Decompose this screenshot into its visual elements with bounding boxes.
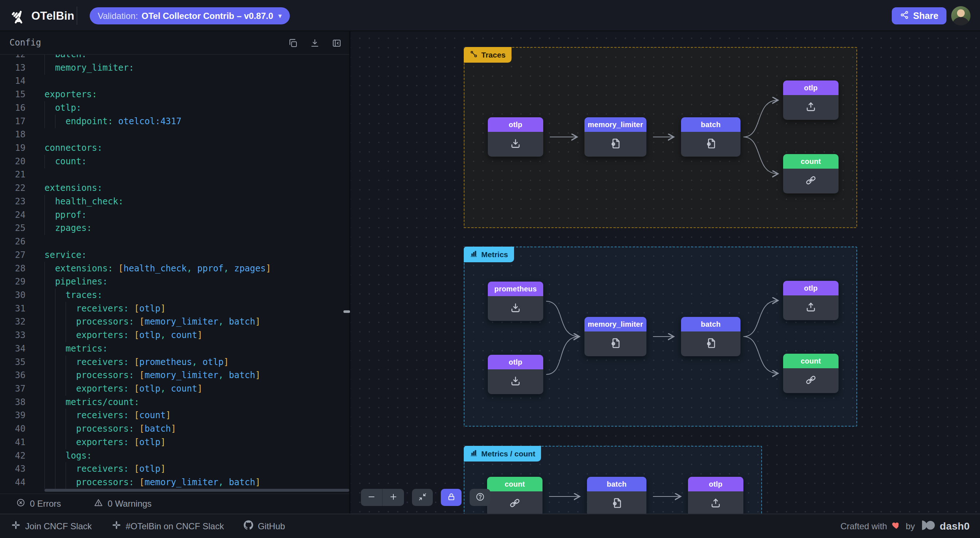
line-number: 19: [0, 141, 25, 155]
node-metrics-otlp-exporter[interactable]: otlp: [783, 281, 838, 320]
validation-dropdown[interactable]: Validation: OTel Collector Contrib – v0.…: [90, 7, 290, 24]
node-header: otlp: [488, 117, 543, 132]
brand-title: OTelBin: [31, 10, 75, 22]
share-button[interactable]: Share: [892, 7, 947, 24]
code-line-31: 31 receivers: [otlp]: [0, 302, 349, 316]
line-number: 22: [0, 181, 25, 195]
collapse-panel-button[interactable]: [329, 36, 344, 50]
user-avatar[interactable]: [951, 6, 970, 25]
node-label: count: [800, 357, 821, 365]
line-number: 34: [0, 342, 25, 355]
line-number: 44: [0, 476, 25, 489]
node-metrics-count-otlp-exporter[interactable]: otlp: [688, 477, 743, 514]
validation-status-bar: 0 Errors0 Warnings: [0, 494, 349, 514]
upload-tray-icon: [805, 301, 817, 315]
node-metrics-otlp-receiver[interactable]: otlp: [488, 355, 543, 394]
line-number: 21: [0, 168, 25, 181]
node-body: [584, 132, 646, 157]
node-body: [783, 295, 838, 320]
code-line-12: 12 batch:: [0, 55, 349, 61]
line-number: 12: [0, 55, 25, 61]
node-label: otlp: [804, 284, 818, 292]
node-body: [783, 368, 838, 393]
download-config-button[interactable]: [308, 36, 321, 50]
pipeline-canvas[interactable]: Tracesotlpmemory_limiterbatchotlpcountMe…: [351, 31, 980, 514]
zoom-in-button[interactable]: [382, 489, 404, 506]
code-text: processors: [memory_limiter, batch]: [45, 315, 260, 329]
code-text: health_check:: [45, 195, 124, 208]
node-traces-count-connector[interactable]: count: [783, 154, 838, 194]
zoom-out-button[interactable]: [361, 489, 382, 506]
node-header: batch: [681, 317, 740, 332]
upload-tray-icon: [710, 497, 722, 511]
node-label: otlp: [804, 84, 818, 92]
footer-link-1[interactable]: #OTelBin on CNCF Slack: [111, 520, 224, 532]
node-metrics-batch-processor[interactable]: batch: [681, 317, 740, 356]
lock-button[interactable]: [441, 489, 461, 506]
chevron-down-icon: ▾: [278, 12, 282, 20]
node-traces-batch-processor[interactable]: batch: [681, 117, 740, 157]
edge-t-batch-to-t-otlp-e: [743, 100, 778, 137]
fit-view-button[interactable]: [412, 489, 433, 506]
line-number: 17: [0, 115, 25, 128]
code-line-33: 33 exporters: [otlp, count]: [0, 329, 349, 342]
code-text: extensions: [health_check, pprof, zpages…: [45, 262, 271, 275]
node-label: otlp: [509, 121, 522, 129]
code-text: metrics:: [45, 342, 108, 355]
node-header: batch: [681, 117, 740, 132]
download-tray-icon: [509, 375, 522, 389]
code-text: zpages:: [45, 221, 92, 235]
node-metrics-prometheus-receiver[interactable]: prometheus: [488, 282, 543, 321]
help-button[interactable]: [469, 489, 490, 506]
node-traces-otlp-exporter[interactable]: otlp: [783, 81, 838, 120]
warnings-label: 0 Warnings: [108, 499, 152, 509]
heart-icon: [891, 520, 901, 532]
file-gear-icon: [609, 337, 622, 351]
code-line-35: 35 receivers: [prometheus, otlp]: [0, 355, 349, 369]
node-traces-otlp-receiver[interactable]: otlp: [488, 117, 543, 157]
line-number: 29: [0, 275, 25, 289]
errors-status[interactable]: 0 Errors: [16, 498, 61, 509]
line-number: 39: [0, 409, 25, 422]
code-line-20: 20 count:: [0, 155, 349, 168]
code-line-25: 25 zpages:: [0, 221, 349, 235]
node-metrics-count-count-connector[interactable]: count: [487, 477, 542, 514]
footer-link-label: #OTelBin on CNCF Slack: [126, 521, 224, 532]
node-header: count: [783, 154, 838, 169]
code-text: exporters:: [45, 88, 97, 101]
copy-config-button[interactable]: [286, 36, 300, 50]
node-body: [488, 132, 543, 157]
file-gear-icon: [611, 497, 623, 511]
node-header: count: [783, 354, 838, 368]
line-number: 37: [0, 382, 25, 395]
node-header: memory_limiter: [584, 317, 646, 332]
editor-horizontal-scrollbar[interactable]: [45, 489, 349, 492]
code-text: exporters: [otlp, count]: [45, 382, 203, 395]
slack-icon: [11, 520, 21, 532]
code-text: pipelines:: [45, 275, 108, 289]
warnings-status[interactable]: 0 Warnings: [94, 498, 152, 509]
line-number: 14: [0, 74, 25, 88]
dash0-logo-icon[interactable]: [920, 520, 935, 533]
node-metrics-memory_limiter-processor[interactable]: memory_limiter: [584, 317, 646, 356]
line-number: 24: [0, 208, 25, 222]
footer-link-2[interactable]: GitHub: [243, 520, 285, 532]
code-editor[interactable]: 12 batch:13 memory_limiter:1415exporters…: [0, 55, 349, 489]
node-header: otlp: [783, 281, 838, 295]
editor-vertical-scrollbar[interactable]: [344, 310, 350, 313]
node-body: [681, 332, 740, 356]
code-line-18: 18: [0, 128, 349, 141]
node-metrics-count-batch-processor[interactable]: batch: [587, 477, 646, 514]
link-icon: [805, 174, 817, 188]
node-metrics-count-connector[interactable]: count: [783, 354, 838, 393]
link-icon: [509, 497, 521, 511]
editor-toolbar-buttons: [286, 36, 344, 50]
node-traces-memory_limiter-processor[interactable]: memory_limiter: [584, 117, 646, 157]
footer-link-0[interactable]: Join CNCF Slack: [11, 520, 92, 532]
code-line-43: 43 receivers: [otlp]: [0, 462, 349, 476]
panel-title: Config: [10, 38, 41, 48]
warning-triangle-icon: [94, 498, 103, 509]
edge-m-batch-to-m-otlp-e: [743, 300, 778, 336]
dash0-brand[interactable]: dash0: [940, 521, 970, 532]
header-bar: OTelBin Validation: OTel Collector Contr…: [0, 0, 980, 31]
